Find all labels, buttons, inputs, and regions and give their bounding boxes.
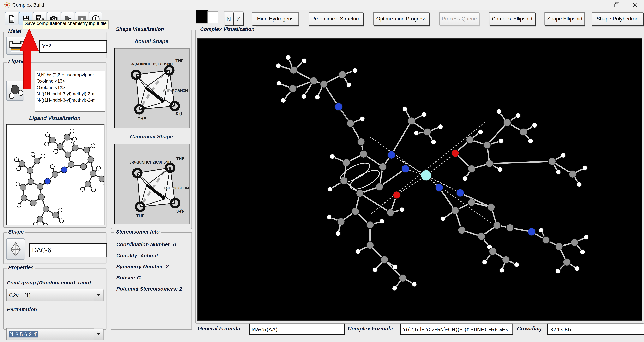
symmetry-number: Symmetry Number: 2 — [116, 264, 184, 270]
background-color-swatch-white[interactable] — [207, 11, 218, 23]
background-color-swatch-black[interactable] — [196, 10, 208, 24]
dropdown-arrow[interactable] — [94, 290, 103, 301]
properties-group-label: Properties — [6, 265, 35, 270]
canonical-shape-octahedron: THF 3-(t-BuNHCH2)C8H5NH 6-iPr2C6H3N THF … — [114, 144, 189, 224]
label-normal-button[interactable]: N — [224, 12, 234, 26]
restore-button[interactable] — [608, 0, 626, 10]
shape-ellipsoid-button[interactable]: Shape Ellipsoid — [544, 12, 585, 26]
title-bar: Complex Build — [0, 0, 644, 10]
point-group-value: C2v [1] — [9, 292, 30, 298]
stereoisomer-info-label: Stereoisomer Info — [114, 229, 161, 235]
label-mirror-button[interactable]: И — [234, 12, 244, 26]
metal-input[interactable]: Y⁺³ — [39, 40, 107, 53]
vertex-label-thf-bottom: THF — [138, 116, 146, 121]
vertex-label-topleft: 3-(t-BuNHCH2)C8H5NH — [131, 62, 173, 66]
dropdown-arrow[interactable] — [94, 328, 103, 340]
new-document-icon — [7, 14, 16, 23]
vertex-label-thf-bottom: THF — [136, 214, 144, 218]
subset: Subset: C — [116, 275, 184, 282]
complex-formula-input[interactable]: Y((2,6-iPr₂C₆H₃N)₂CH)(3-(t-BuNHCH₂)C₈H₅ — [400, 324, 513, 335]
complex-ellipsoid-button[interactable]: Complex Ellipsoid — [489, 12, 535, 26]
minimize-button[interactable] — [590, 0, 608, 10]
shape-group-label: Shape — [6, 229, 25, 235]
point-group-label: Point group [Random coord. ratio] — [7, 280, 91, 286]
shape-input[interactable]: DAC-6 — [29, 243, 107, 257]
ligand-molecule-render — [6, 124, 104, 225]
restore-icon — [614, 2, 620, 8]
general-formula-label: General Formula: — [198, 326, 242, 332]
vertex-label-bottomright: 3-(t- — [176, 111, 184, 116]
new-file-button[interactable] — [5, 12, 18, 26]
hide-hydrogens-button[interactable]: Hide Hydrogens — [252, 12, 299, 26]
ligand-list[interactable]: N,N'-bis(2,6-di-isopropylpher Oxolane <1… — [35, 71, 105, 112]
ligand-list-item[interactable]: N-((1H-indol-3-yl)methyl)-2-m — [36, 97, 105, 103]
reoptimize-structure-button[interactable]: Re-optimize Structure — [309, 12, 363, 26]
actual-shape-canvas[interactable]: THF 3-(t-BuNHCH2)C8H5NH 6-iPr2C6H3N THF … — [114, 48, 190, 128]
vertex-label-thf-top: THF — [176, 58, 184, 63]
permutation-value: [1 3 5 6 2 4] — [9, 331, 38, 337]
properties-group: Properties Point group [Random coord. ra… — [3, 268, 106, 330]
complex-3d-canvas[interactable] — [197, 38, 642, 320]
actual-shape-title: Actual Shape — [112, 38, 192, 44]
close-icon — [633, 3, 637, 7]
complex-formula-label: Complex Formula: — [348, 326, 394, 332]
ligand-preview-canvas[interactable] — [6, 124, 104, 225]
process-queue-button[interactable]: Process Queue — [440, 12, 479, 26]
canonical-shape-canvas[interactable]: THF 3-(t-BuNHCH2)C8H5NH 6-iPr2C6H3N THF … — [114, 144, 190, 224]
shape-group: Shape DAC-6 — [3, 232, 106, 264]
ligand-list-item[interactable]: Oxolane <13> — [36, 78, 105, 84]
shape-visualization-label: Shape Visualization — [114, 26, 166, 32]
actual-shape-octahedron: THF 3-(t-BuNHCH2)C8H5NH 6-iPr2C6H3N THF … — [114, 48, 189, 128]
octahedron-icon — [9, 241, 22, 257]
complex-visualization-group: Complex Visualization — [195, 30, 644, 324]
ligand-list-item[interactable]: Oxolane <13> — [36, 84, 105, 91]
vertex-label-thf-top: THF — [176, 156, 184, 161]
ligand-visualization-title: Ligand Visualization — [4, 115, 106, 121]
stereoisomer-info-group: Stereoisomer Info Coordination Number: 6… — [111, 232, 192, 330]
window-title: Complex Build — [12, 2, 44, 8]
shape-visualization-group: Shape Visualization Actual Shape THF 3-(… — [111, 30, 192, 229]
ligand-list-item[interactable]: N,N'-bis(2,6-di-isopropylpher — [36, 72, 105, 78]
chirality: Chirality: Achiral — [116, 253, 184, 259]
permutation-label: Permutation — [7, 307, 37, 312]
canonical-shape-title: Canonical Shape — [112, 134, 192, 140]
coordination-number: Coordination Number: 6 — [116, 242, 184, 248]
potential-stereoisomers: Potential Stereoisomers: 2 — [116, 286, 184, 292]
complex-molecule-render — [198, 39, 642, 320]
screen: Complex Build — [0, 0, 644, 342]
chevron-down-icon — [97, 333, 100, 336]
vertex-label-right: 6-iPr2C6H3N — [163, 88, 188, 93]
shape-polyhedron-button[interactable]: Shape Polyhedron — [592, 12, 643, 26]
complex-visualization-label: Complex Visualization — [198, 26, 256, 32]
complex-build-window: Complex Build — [0, 0, 644, 342]
red-arrow-annotation — [18, 28, 40, 90]
permutation-dropdown[interactable]: [1 3 5 6 2 4] — [6, 328, 104, 340]
ligand-list-item[interactable]: N-((1H-indol-3-yl)methyl)-2-m — [36, 91, 105, 97]
close-button[interactable] — [626, 0, 644, 10]
chevron-down-icon — [97, 294, 100, 296]
vertex-label-bottomright: 3-(t- — [176, 209, 184, 214]
general-formula-input[interactable]: Ma₂b₂(AA) — [249, 324, 345, 335]
vertex-label-topleft: 3-(t-BuNHCH2)C8H5NH — [130, 160, 171, 164]
vertex-label-right: 6-iPr2C6H3N — [164, 186, 189, 190]
optimization-progress-button[interactable]: Optimization Progress — [373, 12, 430, 26]
crowding-label: Crowding: — [517, 326, 543, 332]
app-icon — [4, 2, 10, 8]
point-group-dropdown[interactable]: C2v [1] — [6, 289, 104, 301]
shape-picker-button[interactable] — [6, 238, 25, 260]
crowding-input[interactable]: 3243.86 — [548, 324, 644, 335]
minimize-icon — [596, 3, 601, 7]
